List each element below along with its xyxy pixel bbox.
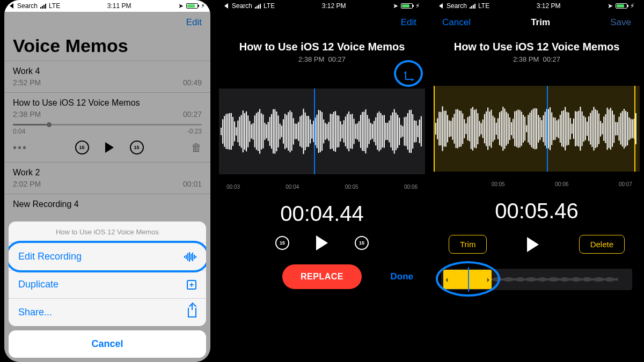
recording-title: How to Use iOS 12 Voice Memos [434, 41, 640, 53]
status-bar: Search LTE 3:12 PM ➤ ⚡︎ [219, 0, 425, 12]
statusbar-back[interactable]: Search [447, 2, 467, 10]
nav-title: Trim [531, 17, 550, 28]
done-button[interactable]: Done [391, 271, 414, 282]
location-icon: ➤ [608, 2, 613, 10]
signal-icon [40, 3, 46, 9]
edit-recording-button[interactable]: Edit Recording [9, 242, 206, 270]
cancel-button[interactable]: Cancel [442, 17, 471, 28]
carrier-label: LTE [264, 2, 275, 10]
charging-icon: ⚡︎ [630, 2, 634, 10]
location-icon: ➤ [393, 2, 398, 10]
status-bar: Search LTE 3:12 PM ➤ ⚡︎ [434, 0, 640, 12]
screenshot-3: Search LTE 3:12 PM ➤ ⚡︎ Cancel Trim Save… [434, 0, 640, 362]
recording-title: How to Use iOS 12 Voice Memos [219, 41, 425, 53]
statusbar-clock: 3:12 PM [537, 2, 561, 10]
timeline-ruler: 00:0300:0400:0500:06 [219, 174, 425, 190]
share-icon [188, 308, 196, 317]
carrier-label: LTE [478, 2, 489, 10]
trim-end-handle[interactable] [634, 86, 635, 172]
skip-forward-15-button[interactable]: 15 [355, 236, 369, 250]
action-sheet-title: How to Use iOS 12 Voice Memos [9, 221, 206, 242]
timeline-ruler: 00:0500:0600:07 [434, 172, 640, 187]
recording-subtitle: 2:38 PM 00:27 [434, 55, 640, 63]
action-sheet: How to Use iOS 12 Voice Memos Edit Recor… [9, 221, 206, 358]
overview-scrubber[interactable]: ‹ › [441, 269, 632, 290]
skip-back-15-button[interactable]: 15 [275, 236, 289, 250]
charging-icon: ⚡︎ [201, 2, 205, 10]
trim-grip-left-icon[interactable]: ‹ [445, 270, 449, 289]
duplicate-icon: + [187, 280, 196, 290]
overview-playhead[interactable] [468, 267, 469, 292]
statusbar-clock: 3:12 PM [322, 2, 346, 10]
trim-icon[interactable] [404, 71, 414, 84]
playhead[interactable] [314, 88, 315, 174]
replace-button[interactable]: REPLACE [282, 264, 362, 289]
waveform-icon [434, 86, 640, 172]
trim-grip-right-icon[interactable]: › [486, 270, 490, 289]
delete-button[interactable]: Delete [579, 235, 625, 254]
statusbar-back[interactable]: Search [232, 2, 252, 10]
back-chevron-icon [439, 3, 443, 9]
waveform-display[interactable] [434, 86, 640, 172]
play-button[interactable] [316, 235, 328, 250]
cancel-button[interactable]: Cancel [9, 330, 206, 358]
back-chevron-icon [224, 3, 228, 9]
share-button[interactable]: Share... [9, 298, 206, 326]
edit-button[interactable]: Edit [401, 17, 416, 28]
screenshot-1: Search LTE 3:11 PM ➤ ⚡︎ Edit Voice Memos… [4, 0, 210, 362]
signal-icon [470, 3, 475, 9]
recording-subtitle: 2:38 PM 00:27 [219, 55, 425, 63]
statusbar-clock: 3:11 PM [107, 2, 131, 10]
overview-selection[interactable]: ‹ › [443, 270, 492, 289]
statusbar-back[interactable]: Search [17, 2, 38, 10]
location-icon: ➤ [178, 2, 184, 10]
trim-start-handle[interactable] [434, 86, 435, 172]
battery-icon [186, 3, 198, 9]
charging-icon: ⚡︎ [415, 2, 420, 10]
battery-icon [616, 3, 627, 9]
signal-icon [255, 3, 261, 9]
trim-button[interactable]: Trim [449, 235, 487, 254]
waveform-icon [184, 252, 196, 262]
play-button[interactable] [527, 237, 539, 252]
screenshot-2: Search LTE 3:12 PM ➤ ⚡︎ Edit How to Use … [219, 0, 425, 362]
battery-icon [401, 3, 413, 9]
current-time: 00:04.44 [219, 202, 425, 226]
carrier-label: LTE [49, 2, 60, 10]
back-chevron-icon [10, 3, 13, 9]
current-time: 00:05.46 [434, 199, 640, 223]
save-button[interactable]: Save [610, 17, 631, 28]
waveform-display[interactable] [219, 88, 425, 174]
status-bar: Search LTE 3:11 PM ➤ ⚡︎ [4, 0, 210, 12]
playhead[interactable] [547, 86, 548, 172]
duplicate-button[interactable]: Duplicate + [9, 270, 206, 298]
waveform-icon [219, 88, 425, 174]
